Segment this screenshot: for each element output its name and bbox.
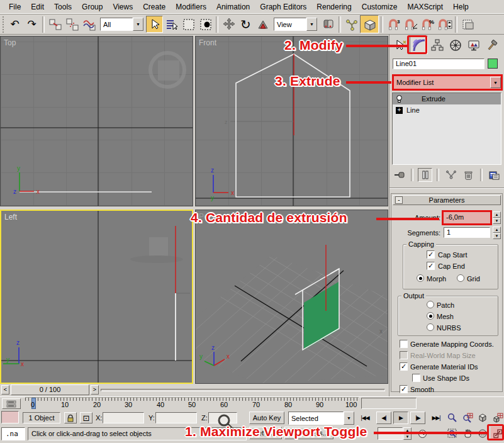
go-to-start-button[interactable]: |◀◀ [356, 412, 374, 424]
next-frame-arrow[interactable]: > [91, 385, 99, 395]
spinner-down-icon[interactable]: ▼ [493, 218, 501, 224]
zoom-extents-all-button[interactable] [491, 411, 504, 425]
menu-tools[interactable]: Tools [49, 1, 77, 13]
x-coordinate-field[interactable] [103, 412, 144, 423]
y-coordinate-field[interactable] [155, 412, 197, 423]
selection-lock-button[interactable] [64, 412, 77, 423]
mesh-radio[interactable] [427, 312, 434, 320]
select-and-rotate-button[interactable]: ↻ [237, 16, 254, 33]
snap-3d-button[interactable]: 3 [385, 16, 402, 33]
modifier-list-dropdown[interactable]: Modifier List ▼ [392, 74, 503, 91]
selection-set-dropdown[interactable]: Selected ▼ [288, 412, 354, 425]
select-by-name-button[interactable] [163, 16, 180, 33]
spinner-snap-button[interactable] [436, 16, 453, 33]
tab-hierarchy[interactable] [428, 36, 446, 54]
add-time-tag-area[interactable] [361, 398, 417, 409]
use-shape-ids-checkbox[interactable] [412, 374, 420, 382]
viewport-top-label[interactable]: Top [4, 38, 16, 47]
amount-spinner[interactable]: ▲▼ [493, 211, 501, 223]
viewport-left-label[interactable]: Left [4, 213, 17, 222]
unlink-selection-button[interactable] [64, 16, 81, 33]
pin-stack-button[interactable] [392, 168, 406, 182]
collapse-icon[interactable]: - [395, 196, 403, 204]
dropdown-arrow-icon[interactable]: ▼ [133, 18, 143, 31]
dropdown-arrow-icon[interactable]: ▼ [344, 412, 354, 425]
mini-listener-pink-row[interactable] [1, 411, 19, 423]
dropdown-arrow-icon[interactable]: ▼ [490, 77, 501, 88]
viewport-left-active[interactable]: Left z y x [0, 210, 193, 384]
segments-field[interactable]: 1 [444, 227, 490, 238]
spinner-up-icon[interactable]: ▲ [493, 211, 501, 218]
previous-frame-button[interactable]: ◀| [376, 412, 391, 424]
menu-graph-editors[interactable]: Graph Editors [255, 1, 311, 13]
selection-filter-dropdown[interactable]: All ▼ [100, 18, 143, 31]
smooth-checkbox[interactable]: ✓ [400, 385, 408, 393]
generate-material-ids-checkbox[interactable]: ✓ [400, 362, 408, 371]
auto-key-button[interactable]: Auto Key [249, 412, 284, 424]
use-pivot-point-button[interactable] [320, 16, 337, 33]
snaps-toggle-button[interactable] [360, 15, 379, 33]
undo-button[interactable]: ↶ [6, 16, 23, 33]
object-name-field[interactable]: Line01 [393, 59, 484, 69]
select-and-manipulate-button[interactable] [343, 16, 360, 33]
viewport-front[interactable]: Front z z x y [195, 36, 388, 206]
configure-modifier-sets-button[interactable] [487, 168, 501, 182]
maxscript-mini-listener[interactable]: .na [1, 427, 25, 440]
menu-create[interactable]: Create [138, 1, 171, 13]
generate-mapping-coords-checkbox[interactable] [400, 340, 408, 348]
menu-animation[interactable]: Animation [211, 1, 255, 13]
rectangular-selection-region-button[interactable] [180, 16, 197, 33]
tab-display[interactable] [464, 36, 483, 54]
menu-modifiers[interactable]: Modifiers [171, 1, 211, 13]
edit-named-selections-button[interactable] [459, 16, 476, 33]
nurbs-radio[interactable] [427, 323, 434, 331]
menu-edit[interactable]: Edit [26, 1, 49, 13]
select-and-link-button[interactable] [47, 16, 64, 33]
menu-help[interactable]: Help [448, 1, 474, 13]
percent-snap-button[interactable]: % [419, 16, 436, 33]
tab-utilities[interactable] [483, 36, 501, 54]
window-crossing-toggle-button[interactable] [197, 16, 214, 33]
bind-to-space-warp-button[interactable] [81, 16, 98, 33]
select-object-button[interactable] [146, 16, 163, 33]
select-and-scale-button[interactable] [254, 16, 271, 33]
object-color-swatch[interactable] [488, 59, 498, 69]
cap-start-checkbox[interactable]: ✓ [427, 250, 435, 259]
dropdown-arrow-icon[interactable]: ▼ [306, 18, 317, 31]
spinner-down-icon[interactable]: ▼ [403, 434, 412, 440]
spinner-up-icon[interactable]: ▲ [493, 227, 501, 233]
cap-end-checkbox[interactable]: ✓ [427, 262, 435, 270]
time-slider[interactable]: 0 / 100 [11, 384, 89, 395]
menu-group[interactable]: Group [77, 1, 108, 13]
redo-button[interactable]: ↷ [23, 16, 40, 33]
spinner-down-icon[interactable]: ▼ [493, 233, 501, 239]
toolbar-drag-handle[interactable] [3, 16, 5, 33]
time-slider-track[interactable] [101, 389, 385, 391]
zoom-button[interactable] [445, 411, 459, 425]
reference-coordinate-dropdown[interactable]: View ▼ [274, 18, 317, 31]
parameters-rollout-header[interactable]: - Parameters [393, 195, 501, 205]
make-unique-button[interactable] [444, 168, 458, 182]
patch-radio[interactable] [427, 301, 434, 308]
tab-motion[interactable] [446, 36, 464, 54]
remove-modifier-button[interactable] [461, 168, 476, 182]
show-end-result-button[interactable] [418, 168, 432, 182]
stack-item-extrude[interactable]: Extrude [393, 93, 501, 104]
segments-spinner[interactable]: ▲▼ [493, 227, 501, 238]
menu-rendering[interactable]: Rendering [311, 1, 356, 13]
menu-customize[interactable]: Customize [357, 1, 403, 13]
viewport-perspective[interactable]: Perspective x z x y [195, 210, 388, 384]
menu-file[interactable]: File [4, 1, 26, 13]
select-and-move-button[interactable] [220, 16, 237, 33]
mini-curve-editor-button[interactable] [2, 398, 21, 409]
absolute-offset-toggle[interactable]: ⊡ [80, 412, 92, 423]
expand-icon[interactable]: + [396, 107, 403, 114]
morph-radio[interactable] [417, 274, 424, 282]
previous-frame-arrow[interactable]: < [1, 385, 9, 395]
next-frame-button[interactable]: |▶ [410, 412, 425, 424]
viewport-front-label[interactable]: Front [199, 38, 216, 47]
amount-field[interactable]: -6,0m [442, 210, 492, 225]
go-to-end-button[interactable]: ▶▶| [427, 412, 445, 424]
angle-snap-button[interactable] [402, 16, 419, 33]
stack-item-line[interactable]: + Line [393, 104, 501, 116]
